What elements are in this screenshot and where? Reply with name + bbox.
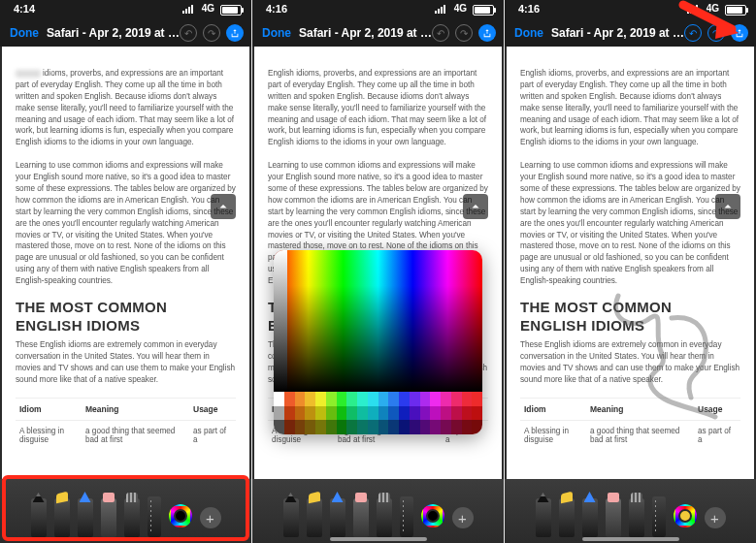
- pen-tool[interactable]: [283, 498, 299, 537]
- marker-tool[interactable]: [307, 498, 322, 537]
- color-swatch[interactable]: [346, 406, 357, 421]
- color-swatch[interactable]: [462, 406, 473, 421]
- eraser-tool[interactable]: [606, 498, 621, 537]
- color-swatch[interactable]: [462, 420, 473, 434]
- eraser-tool[interactable]: [353, 498, 369, 537]
- ruler-tool[interactable]: [148, 496, 161, 537]
- color-swatch[interactable]: [274, 406, 284, 421]
- color-swatch[interactable]: [315, 392, 326, 406]
- color-swatch[interactable]: [284, 392, 295, 406]
- eraser-tool[interactable]: [101, 498, 116, 537]
- undo-button[interactable]: ↶: [684, 24, 702, 42]
- color-swatch[interactable]: [346, 392, 357, 406]
- color-swatch[interactable]: [326, 406, 337, 421]
- color-picker-button[interactable]: [674, 504, 697, 527]
- color-swatch[interactable]: [441, 420, 451, 434]
- color-swatch[interactable]: [274, 392, 284, 406]
- color-swatch[interactable]: [399, 420, 410, 434]
- redo-button[interactable]: ↷: [203, 24, 220, 42]
- redo-button[interactable]: ↷: [455, 24, 473, 42]
- lasso-tool[interactable]: [377, 498, 392, 537]
- home-indicator[interactable]: [330, 537, 427, 541]
- color-swatch[interactable]: [315, 420, 326, 434]
- color-swatch[interactable]: [357, 392, 368, 406]
- marker-tool[interactable]: [54, 498, 70, 537]
- color-swatch[interactable]: [357, 406, 368, 421]
- pen-tool[interactable]: [536, 498, 551, 537]
- color-swatch[interactable]: [399, 406, 410, 421]
- color-swatch[interactable]: [326, 420, 337, 434]
- color-swatch[interactable]: [420, 392, 431, 406]
- color-swatch[interactable]: [462, 392, 473, 406]
- color-swatch[interactable]: [284, 420, 295, 434]
- color-swatch[interactable]: [368, 406, 378, 421]
- done-button[interactable]: Done: [514, 26, 543, 40]
- scroll-top-button[interactable]: [715, 194, 740, 219]
- redo-button[interactable]: ↷: [707, 24, 725, 42]
- color-swatch[interactable]: [441, 392, 451, 406]
- color-swatch[interactable]: [420, 420, 431, 434]
- color-swatch-grid[interactable]: [274, 392, 482, 434]
- pen-tool[interactable]: [31, 498, 47, 537]
- document-page[interactable]: idioms, proverbs, and expressions are an…: [2, 47, 249, 485]
- color-swatch[interactable]: [472, 392, 482, 406]
- color-swatch[interactable]: [451, 420, 462, 434]
- color-swatch[interactable]: [337, 392, 347, 406]
- color-swatch[interactable]: [410, 420, 420, 434]
- undo-button[interactable]: ↶: [432, 24, 449, 42]
- color-swatch[interactable]: [357, 420, 368, 434]
- pencil-tool[interactable]: [78, 498, 93, 537]
- color-picker-button[interactable]: [421, 504, 444, 527]
- color-swatch[interactable]: [315, 406, 326, 421]
- color-swatch[interactable]: [410, 392, 420, 406]
- done-button[interactable]: Done: [10, 26, 39, 40]
- color-swatch[interactable]: [378, 406, 389, 421]
- undo-button[interactable]: ↶: [180, 24, 197, 42]
- color-swatch[interactable]: [295, 406, 306, 421]
- share-button[interactable]: [731, 24, 748, 42]
- color-swatch[interactable]: [305, 406, 315, 421]
- color-swatch[interactable]: [441, 406, 451, 421]
- lasso-tool[interactable]: [629, 498, 644, 537]
- document-page[interactable]: English idioms, proverbs, and expression…: [507, 47, 754, 485]
- pencil-tool[interactable]: [582, 498, 598, 537]
- scroll-top-button[interactable]: [211, 194, 236, 219]
- color-swatch[interactable]: [368, 392, 378, 406]
- color-picker-button[interactable]: [169, 504, 192, 527]
- color-swatch[interactable]: [410, 406, 420, 421]
- ruler-tool[interactable]: [652, 496, 666, 537]
- color-swatch[interactable]: [337, 406, 347, 421]
- marker-tool[interactable]: [559, 498, 575, 537]
- add-button[interactable]: +: [705, 507, 726, 528]
- color-swatch[interactable]: [472, 406, 482, 421]
- scroll-top-button[interactable]: [463, 194, 488, 219]
- color-swatch[interactable]: [388, 406, 399, 421]
- lasso-tool[interactable]: [124, 498, 140, 537]
- color-swatch[interactable]: [388, 420, 399, 434]
- share-button[interactable]: [226, 24, 244, 42]
- color-swatch[interactable]: [399, 392, 410, 406]
- color-swatch[interactable]: [326, 392, 337, 406]
- color-spectrum[interactable]: [274, 250, 482, 392]
- color-swatch[interactable]: [305, 392, 315, 406]
- ruler-tool[interactable]: [400, 496, 413, 537]
- color-swatch[interactable]: [378, 420, 389, 434]
- add-button[interactable]: +: [452, 507, 474, 528]
- color-swatch[interactable]: [420, 406, 431, 421]
- color-swatch[interactable]: [430, 392, 441, 406]
- color-swatch[interactable]: [295, 392, 306, 406]
- color-picker-popup[interactable]: [274, 250, 482, 434]
- home-indicator[interactable]: [582, 537, 679, 541]
- pencil-tool[interactable]: [330, 498, 345, 537]
- color-swatch[interactable]: [346, 420, 357, 434]
- color-swatch[interactable]: [388, 392, 399, 406]
- color-swatch[interactable]: [451, 406, 462, 421]
- share-button[interactable]: [478, 24, 496, 42]
- done-button[interactable]: Done: [262, 26, 291, 40]
- add-button[interactable]: +: [200, 507, 221, 528]
- color-swatch[interactable]: [337, 420, 347, 434]
- color-swatch[interactable]: [284, 406, 295, 421]
- color-swatch[interactable]: [295, 420, 306, 434]
- color-swatch[interactable]: [368, 420, 378, 434]
- color-swatch[interactable]: [430, 406, 441, 421]
